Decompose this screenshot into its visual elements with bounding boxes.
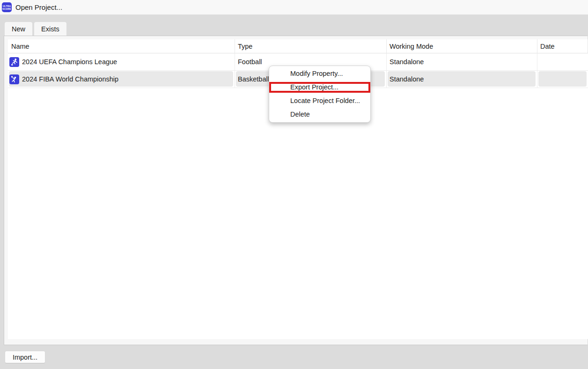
- title-bar: ULTRA SCORE Open Project...: [0, 0, 588, 15]
- project-name: 2024 UEFA Champions League: [22, 58, 117, 66]
- project-name: 2024 FIBA World Championship: [22, 75, 118, 83]
- cell-working-mode[interactable]: Standalone: [387, 71, 537, 88]
- project-type: Football: [238, 58, 262, 66]
- column-header-name-label: Name: [11, 43, 29, 50]
- context-menu: Modify Property... Export Project... Loc…: [269, 66, 371, 123]
- table-header-row: Name Type Working Mode Date: [8, 39, 588, 53]
- cell-date[interactable]: [537, 71, 588, 88]
- import-button[interactable]: Import...: [5, 351, 45, 363]
- column-header-date[interactable]: Date: [537, 39, 588, 53]
- cell-date[interactable]: [537, 53, 588, 71]
- project-working-mode: Standalone: [390, 75, 424, 83]
- app-icon-line2: SCORE: [2, 7, 11, 10]
- tab-strip: New Exists: [5, 22, 66, 36]
- tab-new[interactable]: New: [5, 22, 32, 36]
- basketball-player-icon: [9, 74, 19, 84]
- cell-name[interactable]: 2024 FIBA World Championship: [8, 71, 235, 88]
- column-header-working-mode[interactable]: Working Mode: [387, 39, 537, 53]
- cell-working-mode[interactable]: Standalone: [387, 53, 537, 71]
- ultra-score-logo-icon: ULTRA SCORE: [2, 2, 12, 12]
- menu-item-modify-property[interactable]: Modify Property...: [269, 67, 370, 81]
- menu-item-delete[interactable]: Delete: [269, 108, 370, 121]
- column-header-type[interactable]: Type: [235, 39, 387, 53]
- column-header-date-label: Date: [540, 43, 555, 50]
- menu-item-locate-project-folder[interactable]: Locate Project Folder...: [269, 94, 370, 108]
- football-player-icon: [9, 57, 19, 67]
- project-working-mode: Standalone: [390, 58, 424, 66]
- cell-name[interactable]: 2024 UEFA Champions League: [8, 53, 235, 71]
- menu-item-export-project[interactable]: Export Project...: [269, 81, 370, 94]
- tab-exists[interactable]: Exists: [34, 22, 66, 36]
- column-header-type-label: Type: [238, 43, 252, 50]
- column-header-working-mode-label: Working Mode: [390, 43, 433, 50]
- window-title: Open Project...: [15, 0, 62, 15]
- column-header-name[interactable]: Name: [8, 39, 235, 53]
- project-type: Basketball: [238, 75, 269, 83]
